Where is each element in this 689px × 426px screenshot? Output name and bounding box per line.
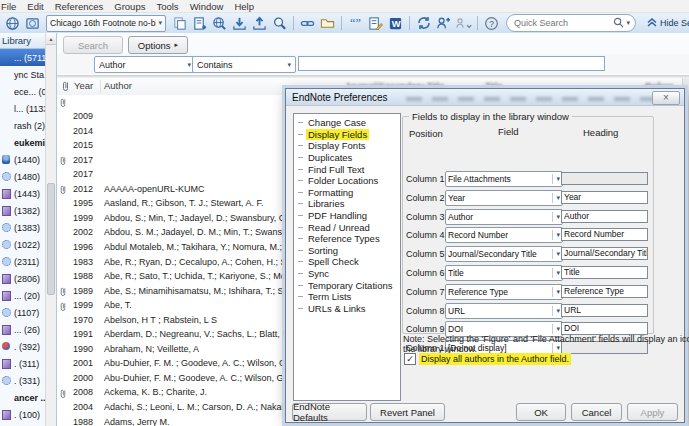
quick-search-box[interactable]: ▾ <box>506 14 636 32</box>
share-library-icon[interactable] <box>434 15 453 32</box>
field-dropdown[interactable]: Author ▾ <box>445 209 563 225</box>
search-field-dropdown[interactable]: Author▾ <box>94 56 196 73</box>
preference-category[interactable]: Sync <box>294 268 400 280</box>
preference-category[interactable]: URLs & Links <box>294 303 400 315</box>
sidebar-group[interactable]: ync Sta... <box>0 66 46 83</box>
preference-category[interactable]: Temporary Citations <box>294 279 400 291</box>
menu-item[interactable]: Tools <box>149 1 185 12</box>
preference-category[interactable]: PDF Handling <box>294 210 400 222</box>
sidebar-group[interactable]: (1383) <box>0 219 46 236</box>
endnote-defaults-button[interactable]: EndNote Defaults <box>292 403 367 421</box>
search-button[interactable]: Search <box>63 36 123 54</box>
preference-category[interactable]: Spell Check <box>294 256 400 268</box>
sidebar-group[interactable]: ... (5711) <box>0 49 46 66</box>
preference-category[interactable]: Display Fonts <box>294 140 400 152</box>
sidebar-group[interactable]: . (100) <box>0 406 46 423</box>
heading-input[interactable]: Author <box>561 210 648 223</box>
find-full-text-icon[interactable] <box>270 15 289 32</box>
chevron-down-icon[interactable]: ▾ <box>626 19 630 27</box>
paperclip-column-icon[interactable] <box>61 80 70 94</box>
preference-category[interactable]: Duplicates <box>294 152 400 164</box>
heading-input[interactable]: Year <box>561 191 648 204</box>
open-folder-icon[interactable] <box>318 15 337 32</box>
close-icon[interactable] <box>652 91 680 105</box>
sidebar-group[interactable]: (2806) <box>0 270 46 287</box>
sidebar-group[interactable]: ... (26) <box>0 321 46 338</box>
preference-category[interactable]: Folder Locations <box>294 175 400 187</box>
search-value-input[interactable] <box>298 56 605 71</box>
format-bibliography-icon[interactable] <box>366 15 385 32</box>
word-cwyw-icon[interactable]: W <box>386 15 405 32</box>
help-icon[interactable]: ? <box>482 15 501 32</box>
sidebar-group[interactable]: rash (2) <box>0 117 46 134</box>
sidebar-group[interactable]: (1022) <box>0 236 46 253</box>
preference-category[interactable]: Formatting <box>294 187 400 199</box>
revert-panel-button[interactable]: Revert Panel <box>370 403 445 421</box>
sidebar-scrollbar[interactable]: ▲ <box>45 33 56 426</box>
preference-category[interactable]: Reference Types <box>294 233 400 245</box>
scroll-up-arrow[interactable]: ▲ <box>46 33 56 45</box>
preference-category[interactable]: Sorting <box>294 245 400 257</box>
copy-icon[interactable] <box>170 15 189 32</box>
web-capture-icon[interactable] <box>23 15 42 32</box>
sidebar-group[interactable]: (1382) <box>0 202 46 219</box>
link-icon[interactable] <box>298 15 317 32</box>
preference-category[interactable]: Read / Unread <box>294 221 400 233</box>
menu-item[interactable]: Window <box>183 1 231 12</box>
scrollbar-thumb[interactable] <box>47 183 55 295</box>
search-operator-dropdown[interactable]: Contains▾ <box>192 56 296 73</box>
import-icon[interactable] <box>230 15 249 32</box>
hide-search-panel-button[interactable]: Hide Search Panel <box>647 18 689 29</box>
preference-category[interactable]: Term Lists <box>294 291 400 303</box>
output-style-selector[interactable]: Chicago 16th Footnote no-blib▾ <box>46 15 166 32</box>
apply-button[interactable]: Apply <box>627 403 678 421</box>
sidebar-group[interactable]: (1443) <box>0 185 46 202</box>
sidebar-group[interactable]: ... (20) <box>0 287 46 304</box>
field-dropdown[interactable]: URL ▾ <box>445 303 563 319</box>
sync-icon[interactable] <box>414 15 433 32</box>
field-dropdown[interactable]: Year ▾ <box>445 190 563 206</box>
people-menu-icon[interactable] <box>454 15 473 32</box>
sidebar-group[interactable]: ancer ... <box>0 389 46 406</box>
new-reference-icon[interactable] <box>190 15 209 32</box>
sidebar-group[interactable]: . (331) <box>0 372 46 389</box>
insert-citation-icon[interactable]: “” <box>346 15 365 32</box>
sidebar-group[interactable]: (1480) <box>0 168 46 185</box>
ok-button[interactable]: OK <box>516 403 566 421</box>
menu-item[interactable]: Groups <box>107 1 152 12</box>
preference-category[interactable]: Change Case <box>294 117 400 129</box>
sidebar-group[interactable]: ece... (0) <box>0 83 46 100</box>
online-search-icon[interactable] <box>210 15 229 32</box>
sidebar-group[interactable]: (2311) <box>0 253 46 270</box>
field-dropdown[interactable]: Reference Type ▾ <box>445 284 563 300</box>
sidebar-group[interactable]: l... (1133) <box>0 100 46 117</box>
sidebar-group[interactable]: (1440) <box>0 151 46 168</box>
field-dropdown[interactable]: Journal/Secondary Title ▾ <box>445 246 563 262</box>
globe-icon[interactable] <box>3 15 22 32</box>
heading-input[interactable]: Journal/Secondary Title <box>561 247 648 260</box>
quick-search-input[interactable] <box>512 17 613 29</box>
dialog-title-bar[interactable]: EndNote Preferences <box>286 89 684 106</box>
heading-input[interactable]: Reference Type <box>561 285 648 298</box>
sidebar-group[interactable]: . (392) <box>0 338 46 355</box>
heading-input[interactable]: Record Number <box>561 228 648 241</box>
search-icon[interactable] <box>613 17 624 30</box>
sidebar-group[interactable]: (1107) <box>0 304 46 321</box>
menu-item[interactable]: Help <box>227 1 261 12</box>
sidebar-group[interactable]: . (311) <box>0 355 46 372</box>
export-icon[interactable] <box>250 15 269 32</box>
heading-input[interactable] <box>561 172 648 185</box>
heading-input[interactable]: Title <box>561 266 648 279</box>
sidebar-group[interactable]: eukemia <box>0 134 46 151</box>
preference-category[interactable]: Display Fields <box>294 129 400 141</box>
heading-input[interactable]: URL <box>561 304 648 317</box>
options-button[interactable]: Options <box>128 36 188 54</box>
field-dropdown[interactable]: Record Number ▾ <box>445 227 563 243</box>
year-column-header[interactable]: Year <box>74 80 93 91</box>
author-column-header[interactable]: Author <box>104 80 132 91</box>
menu-item[interactable]: References <box>48 1 111 12</box>
display-all-authors-checkbox[interactable] <box>404 353 416 365</box>
menu-item[interactable]: Edit <box>20 1 50 12</box>
field-dropdown[interactable]: File Attachments ▾ <box>445 171 563 187</box>
field-dropdown[interactable]: Title ▾ <box>445 265 563 281</box>
